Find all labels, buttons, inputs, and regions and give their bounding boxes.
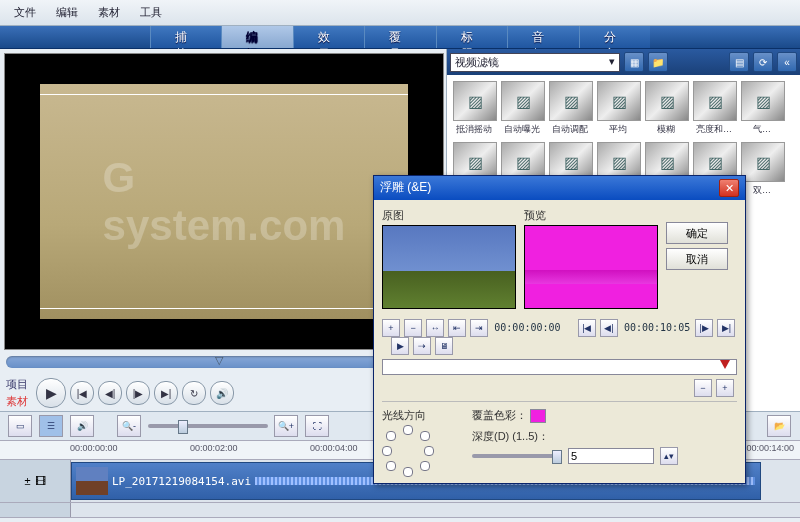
original-image xyxy=(382,225,516,309)
menu-bar: 文件 编辑 素材 工具 xyxy=(0,0,800,26)
filter-thumb[interactable]: ▨亮度和… xyxy=(693,81,735,136)
play-button[interactable]: ▶ xyxy=(36,378,66,408)
repeat-button[interactable]: ↻ xyxy=(182,381,206,405)
menu-clip[interactable]: 素材 xyxy=(90,3,128,22)
insert-media-icon[interactable]: 📂 xyxy=(767,415,791,437)
timeline-view-icon[interactable]: ☰ xyxy=(39,415,63,437)
preview-image xyxy=(524,225,658,309)
watermark: G system.com xyxy=(103,154,346,250)
filter-thumb[interactable]: ▨自动调配 xyxy=(549,81,591,136)
filter-thumb[interactable]: ▨抵消摇动 xyxy=(453,81,495,136)
mode-project[interactable]: 项目 xyxy=(6,376,28,393)
filter-thumb[interactable]: ▨模糊 xyxy=(645,81,687,136)
zoom-slider[interactable] xyxy=(148,424,268,428)
dialog-playrange-icon[interactable]: ⇢ xyxy=(413,337,431,355)
goto-start-icon[interactable]: |◀ xyxy=(578,319,596,337)
keyframe-marker-icon[interactable] xyxy=(720,360,730,369)
step-tabs: 捕获 编辑 效果 覆叠 标题 音频 分享 xyxy=(0,26,800,49)
menu-edit[interactable]: 编辑 xyxy=(48,3,86,22)
tab-capture[interactable]: 捕获 xyxy=(150,26,221,48)
folder-icon[interactable]: 📁 xyxy=(648,52,668,72)
dialog-title: 浮雕 (&E) xyxy=(380,179,431,197)
original-label: 原图 xyxy=(382,208,516,223)
next-keyframe-icon[interactable]: ⇥ xyxy=(470,319,488,337)
depth-spinner[interactable] xyxy=(568,448,654,464)
clip-filename: LP_20171219084154.avi xyxy=(112,475,251,488)
zoom-in-icon[interactable]: 🔍+ xyxy=(274,415,298,437)
emboss-filter-dialog: 浮雕 (&E) ✕ 原图 预览 确定 取消 + − ↔ ⇤ ⇥ 00:00:00… xyxy=(373,175,746,484)
dialog-scrub-controls: + − ↔ ⇤ ⇥ 00:00:00:00 |◀ ◀| 00:00:10:05 … xyxy=(374,317,745,357)
next-frame-button[interactable]: |▶ xyxy=(126,381,150,405)
clip-thumbnail xyxy=(76,467,108,495)
preview-image: G system.com xyxy=(40,84,408,319)
insert-clip-icon[interactable]: ± xyxy=(24,475,30,487)
prev-keyframe-icon[interactable]: ⇤ xyxy=(448,319,466,337)
keyframe-timebar[interactable] xyxy=(382,359,737,375)
filter-thumb[interactable]: ▨双… xyxy=(741,142,783,197)
del-keyframe-icon[interactable]: − xyxy=(404,319,422,337)
cover-color-swatch[interactable] xyxy=(530,409,546,423)
cover-color-label: 覆盖色彩： xyxy=(472,409,527,421)
track-header: ± 🎞 xyxy=(0,460,71,502)
library-sort-icon[interactable]: ▤ xyxy=(729,52,749,72)
tab-overlay[interactable]: 覆叠 xyxy=(364,26,435,48)
timebar-zoomout-icon[interactable]: − xyxy=(694,379,712,397)
dialog-device-icon[interactable]: 🖥 xyxy=(435,337,453,355)
reverse-keyframe-icon[interactable]: ↔ xyxy=(426,319,444,337)
depth-label: 深度(D) (1..5)： xyxy=(472,429,679,444)
ruler-tick: 00:00:00:00 xyxy=(70,443,118,453)
timebar-zoomin-icon[interactable]: + xyxy=(716,379,734,397)
step-back-icon[interactable]: ◀| xyxy=(600,319,618,337)
tab-effect[interactable]: 效果 xyxy=(293,26,364,48)
library-header: 视频滤镜▾ ▦ 📁 ▤ ⟳ « xyxy=(447,49,800,75)
step-fwd-icon[interactable]: |▶ xyxy=(695,319,713,337)
tab-edit[interactable]: 编辑 xyxy=(221,26,292,48)
menu-file[interactable]: 文件 xyxy=(6,3,44,22)
filter-thumb[interactable]: ▨平均 xyxy=(597,81,639,136)
mode-clip[interactable]: 素材 xyxy=(6,393,28,410)
tab-audio[interactable]: 音频 xyxy=(507,26,578,48)
ruler-tick: 00:00:04:00 xyxy=(310,443,358,453)
ok-button[interactable]: 确定 xyxy=(666,222,728,244)
menu-tool[interactable]: 工具 xyxy=(132,3,170,22)
close-icon[interactable]: ✕ xyxy=(719,179,739,197)
fit-project-icon[interactable]: ⛶ xyxy=(305,415,329,437)
end-button[interactable]: ▶| xyxy=(154,381,178,405)
dialog-play-icon[interactable]: ▶ xyxy=(391,337,409,355)
transition-track xyxy=(0,503,800,518)
volume-button[interactable]: 🔊 xyxy=(210,381,234,405)
audio-view-icon[interactable]: 🔊 xyxy=(70,415,94,437)
film-reel-icon: 🎞 xyxy=(35,475,46,487)
tab-title[interactable]: 标题 xyxy=(436,26,507,48)
light-direction-picker[interactable] xyxy=(382,425,432,475)
preview-label: 预览 xyxy=(524,208,658,223)
prev-frame-button[interactable]: ◀| xyxy=(98,381,122,405)
position-timecode: 00:00:10:05 xyxy=(624,322,690,333)
home-button[interactable]: |◀ xyxy=(70,381,94,405)
depth-slider[interactable] xyxy=(472,454,562,458)
goto-end-icon[interactable]: ▶| xyxy=(717,319,735,337)
cancel-button[interactable]: 取消 xyxy=(666,248,728,270)
dialog-titlebar[interactable]: 浮雕 (&E) ✕ xyxy=(374,176,745,200)
depth-spin-buttons[interactable]: ▴▾ xyxy=(660,447,678,465)
scrub-handle-icon[interactable]: ▽ xyxy=(215,354,231,370)
library-category-select[interactable]: 视频滤镜▾ xyxy=(450,53,620,72)
library-collapse-icon[interactable]: « xyxy=(777,52,797,72)
filter-thumb[interactable]: ▨气… xyxy=(741,81,783,136)
filter-thumb[interactable]: ▨自动曝光 xyxy=(501,81,543,136)
start-timecode: 00:00:00:00 xyxy=(494,322,560,333)
add-keyframe-icon[interactable]: + xyxy=(382,319,400,337)
tab-share[interactable]: 分享 xyxy=(579,26,650,48)
ruler-tick: 00:00:02:00 xyxy=(190,443,238,453)
ruler-tick: 00:00:14:00 xyxy=(746,443,794,453)
light-direction-label: 光线方向 xyxy=(382,408,432,423)
gallery-icon[interactable]: ▦ xyxy=(624,52,644,72)
library-options-icon[interactable]: ⟳ xyxy=(753,52,773,72)
zoom-out-icon[interactable]: 🔍- xyxy=(117,415,141,437)
storyboard-view-icon[interactable]: ▭ xyxy=(8,415,32,437)
